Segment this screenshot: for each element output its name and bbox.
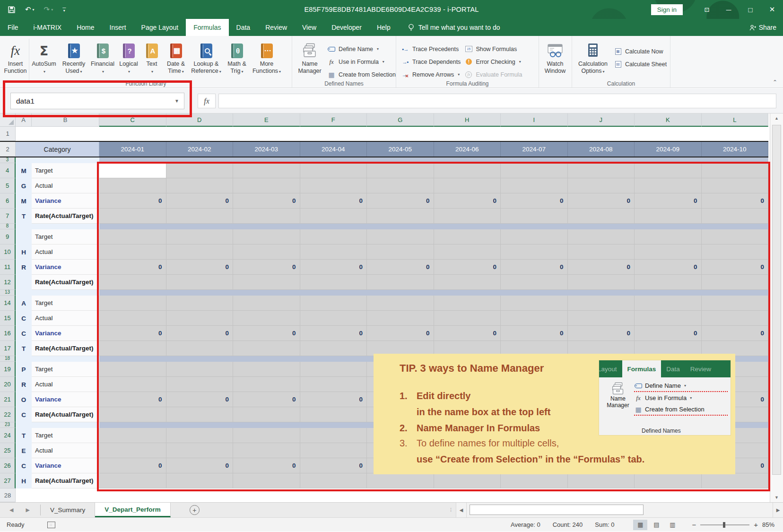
cell-HR-rate-2024-10[interactable] xyxy=(702,275,769,290)
row-header-18[interactable]: 18 xyxy=(0,356,16,362)
row-header-22[interactable]: 22 xyxy=(0,407,16,422)
category-letter-ACCT-4[interactable]: T xyxy=(16,341,32,356)
cell-PROC-rate-2024-02[interactable] xyxy=(166,407,234,422)
tab-split-handle[interactable]: ⁞ xyxy=(450,507,452,513)
cell-ACCT-target-2024-04[interactable] xyxy=(300,296,367,311)
cell-HR-variance-2024-01[interactable]: 0 xyxy=(99,260,166,275)
cell-MGMT-rate-2024-01[interactable] xyxy=(99,209,166,224)
column-header-B[interactable]: B xyxy=(32,113,99,127)
cell-MGMT-variance-2024-03[interactable]: 0 xyxy=(233,193,300,209)
cell-PROC-variance-2024-04[interactable]: 0 xyxy=(300,392,367,407)
month-header-2024-10[interactable]: 2024-10 xyxy=(702,142,769,157)
cell-ACCT-actual-2024-01[interactable] xyxy=(99,311,166,326)
cell-ACCT-variance-2024-02[interactable]: 0 xyxy=(166,326,234,341)
category-letter-MGMT-1[interactable]: M xyxy=(16,163,32,178)
insert-function-button[interactable]: fxInsertFunction xyxy=(2,39,29,82)
cell-MGMT-actual-2024-09[interactable] xyxy=(635,178,702,193)
evaluate-formula-button[interactable]: fxEvaluate Formula xyxy=(464,68,522,81)
cell-ACCT-actual-2024-07[interactable] xyxy=(501,311,568,326)
horizontal-scrollbar[interactable] xyxy=(466,503,773,517)
cell-TECH-variance-2024-02[interactable]: 0 xyxy=(166,458,234,473)
new-sheet-button[interactable]: + xyxy=(190,505,200,515)
cell-TECH-variance-2024-04[interactable]: 0 xyxy=(300,458,367,473)
cell-TECH-rate-2024-07[interactable] xyxy=(501,473,568,488)
cell-HR-target-2024-03[interactable] xyxy=(233,229,300,244)
metric-label-TECH-rateactualtarget[interactable]: Rate(Actual/Target) xyxy=(32,473,99,488)
tab-page-layout[interactable]: Page Layout xyxy=(134,19,186,36)
row-header-11[interactable]: 11 xyxy=(0,260,16,275)
cell-MGMT-target-2024-08[interactable] xyxy=(568,163,635,178)
collapse-ribbon-icon[interactable]: ⌃ xyxy=(773,79,777,86)
error-checking-button[interactable]: !Error Checking▾ xyxy=(464,55,522,68)
metric-label-TECH-actual[interactable]: Actual xyxy=(32,443,99,458)
book-calendar-button[interactable]: ▦Date &Time▾ xyxy=(163,39,189,82)
cell-ACCT-actual-2024-08[interactable] xyxy=(568,311,635,326)
metric-label-ACCT-actual[interactable]: Actual xyxy=(32,311,99,326)
column-header-C[interactable]: C xyxy=(99,113,166,127)
row-header-28[interactable]: 28 xyxy=(0,488,16,502)
cell-HR-variance-2024-10[interactable]: 0 xyxy=(702,260,769,275)
cell-TECH-actual-2024-01[interactable] xyxy=(99,443,166,458)
row-header-15[interactable]: 15 xyxy=(0,311,16,326)
cell-ACCT-actual-2024-04[interactable] xyxy=(300,311,367,326)
category-letter-ACCT-1[interactable]: A xyxy=(16,296,32,311)
column-header-D[interactable]: D xyxy=(166,113,234,127)
separator-data-strip[interactable] xyxy=(99,157,768,163)
book-star-button[interactable]: ★RecentlyUsed▾ xyxy=(59,39,89,82)
separator-left-panel[interactable] xyxy=(16,290,99,296)
category-letter-PROC-2[interactable]: R xyxy=(16,377,32,392)
cell-MGMT-target-2024-04[interactable] xyxy=(300,163,367,178)
trace-precedents-button[interactable]: ▪→Trace Precedents xyxy=(401,43,461,55)
create-from-selection-button[interactable]: ▦Create from Selection xyxy=(327,68,396,81)
row-header-20[interactable]: 20 xyxy=(0,377,16,392)
cell-MGMT-target-2024-03[interactable] xyxy=(233,163,300,178)
separator-left-panel[interactable] xyxy=(16,422,99,428)
metric-label-HR-target[interactable]: Target xyxy=(32,229,99,244)
calculate-now-button[interactable]: ▦Calculate Now xyxy=(614,45,667,58)
metric-label-ACCT-rateactualtarget[interactable]: Rate(Actual/Target) xyxy=(32,341,99,356)
cell-TECH-variance-2024-03[interactable]: 0 xyxy=(233,458,300,473)
cell-MGMT-actual-2024-06[interactable] xyxy=(434,178,501,193)
cell-HR-variance-2024-03[interactable]: 0 xyxy=(233,260,300,275)
sheet-tab-v_summary[interactable]: V_Summary xyxy=(41,503,95,517)
column-header-E[interactable]: E xyxy=(233,113,300,127)
tab-insert[interactable]: Insert xyxy=(102,19,134,36)
tab-home[interactable]: Home xyxy=(69,19,102,36)
show-formulas-button[interactable]: 15Show Formulas xyxy=(464,43,522,55)
cell-TECH-actual-2024-04[interactable] xyxy=(300,443,367,458)
empty-row-28-cells[interactable] xyxy=(16,488,768,502)
cell-ACCT-target-2024-01[interactable] xyxy=(99,296,166,311)
cell-ACCT-variance-2024-07[interactable]: 0 xyxy=(501,326,568,341)
hscroll-right-icon[interactable]: ▶ xyxy=(773,503,783,517)
row-header-25[interactable]: 25 xyxy=(0,443,16,458)
cell-MGMT-rate-2024-02[interactable] xyxy=(166,209,234,224)
cell-TECH-rate-2024-09[interactable] xyxy=(635,473,702,488)
cell-PROC-actual-2024-03[interactable] xyxy=(233,377,300,392)
cell-ACCT-variance-2024-10[interactable]: 0 xyxy=(702,326,769,341)
autosum-sigma-button[interactable]: ΣAutoSum▾ xyxy=(29,39,59,82)
cell-HR-variance-2024-05[interactable]: 0 xyxy=(367,260,434,275)
cell-HR-rate-2024-04[interactable] xyxy=(300,275,367,290)
cell-MGMT-actual-2024-03[interactable] xyxy=(233,178,300,193)
row-header-24[interactable]: 24 xyxy=(0,428,16,443)
cell-MGMT-target-2024-01[interactable] xyxy=(99,163,166,178)
column-header-I[interactable]: I xyxy=(501,113,568,127)
zoom-slider[interactable] xyxy=(700,524,749,525)
month-header-2024-05[interactable]: 2024-05 xyxy=(367,142,434,157)
cell-ACCT-actual-2024-06[interactable] xyxy=(434,311,501,326)
cell-PROC-target-2024-04[interactable] xyxy=(300,362,367,377)
row-header-10[interactable]: 10 xyxy=(0,244,16,260)
cell-HR-rate-2024-09[interactable] xyxy=(635,275,702,290)
cell-HR-variance-2024-09[interactable]: 0 xyxy=(635,260,702,275)
book-text-button[interactable]: AText▾ xyxy=(141,39,163,82)
category-letter-MGMT-4[interactable]: T xyxy=(16,209,32,224)
scroll-down-icon[interactable]: ▼ xyxy=(770,493,783,502)
cell-HR-rate-2024-03[interactable] xyxy=(233,275,300,290)
month-header-2024-01[interactable]: 2024-01 xyxy=(99,142,166,157)
cell-ACCT-target-2024-09[interactable] xyxy=(635,296,702,311)
separator-left-panel[interactable] xyxy=(16,157,99,163)
row-header-9[interactable]: 9 xyxy=(0,229,16,244)
row-header-23[interactable]: 23 xyxy=(0,422,16,428)
cell-ACCT-actual-2024-09[interactable] xyxy=(635,311,702,326)
cell-MGMT-variance-2024-07[interactable]: 0 xyxy=(501,193,568,209)
